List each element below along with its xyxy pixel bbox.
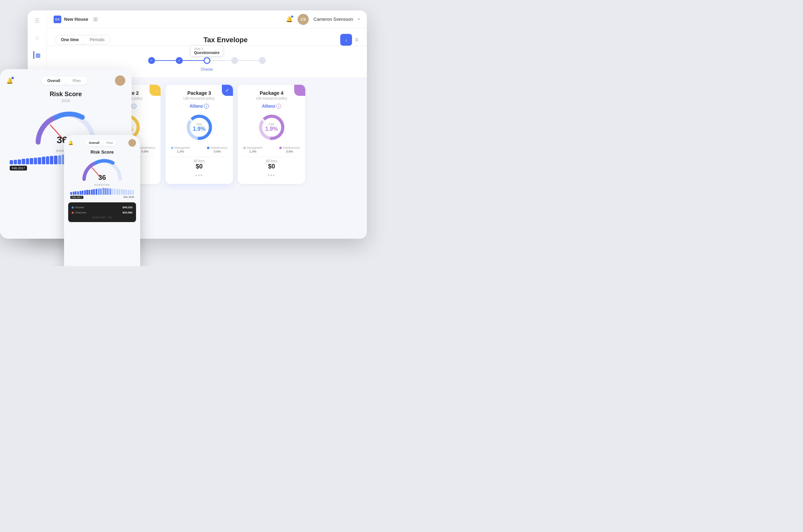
donut-center-3: Fee 1.9%: [193, 122, 205, 132]
page-title: Tax Envelope: [111, 36, 341, 44]
toggle-one-time[interactable]: One time: [55, 35, 84, 44]
project-logo: CA: [54, 16, 61, 23]
step-line-2: [183, 60, 204, 61]
phone-section-title: Risk Score: [68, 149, 136, 155]
donut-4: Fee 1.9%: [258, 113, 286, 141]
phone-date-end: Dec 2018: [124, 196, 134, 199]
stepper-row: ✓ ✓: [148, 57, 266, 64]
phone-outcome-row: Outcome $34,582: [72, 211, 133, 214]
package-4-subtitle: Life insurance policy: [256, 97, 287, 100]
phone-inner: 🔔 Overall Plan Risk Score 36 DURATION Fe…: [64, 135, 140, 266]
step-1[interactable]: ✓: [148, 57, 155, 64]
user-name: Cameron Svensson: [314, 17, 353, 22]
grid-icon[interactable]: ⊞: [93, 16, 98, 22]
phone-outcome-val: $34,582: [123, 211, 133, 214]
topbar-user-area: 🔔 CS Cameron Svensson ▾: [286, 14, 360, 25]
package-3-subtitle: Life insurance policy: [183, 97, 215, 100]
phone-avatar: [128, 139, 136, 147]
step3-choose-label: Choose: [201, 67, 213, 71]
notification-dot: [291, 15, 294, 18]
step-line-1: [155, 60, 176, 61]
tablet-tab-overall[interactable]: Overall: [41, 76, 66, 85]
user-chevron[interactable]: ▾: [358, 17, 360, 21]
fee-value-4: 1.9%: [265, 126, 278, 132]
step-2[interactable]: ✓: [176, 57, 183, 64]
view-toggle: One time Periodic: [55, 35, 111, 45]
step-line-4: [238, 60, 259, 61]
fee-value-3: 1.9%: [193, 126, 205, 132]
sidebar-files-icon[interactable]: ▦: [33, 51, 41, 59]
tablet-section-title: Risk Score: [6, 91, 125, 98]
phone-dur-bars: [68, 187, 136, 195]
phone-gauge-number: 36: [98, 174, 106, 182]
package-3-brand: Allianz i: [190, 104, 209, 109]
tablet-topbar: 🔔 Overall Plan: [6, 75, 125, 86]
topbar-project: CA New House ⊞: [54, 16, 98, 23]
sidebar-menu-icon[interactable]: ☰: [33, 17, 41, 24]
phone-date-labels: Feb 2017 Dec 2018: [68, 195, 136, 199]
info-icon-3[interactable]: i: [204, 104, 209, 109]
legend-4: Managment 1.3% Maintenance 0.6%: [243, 146, 300, 153]
donut-center-4: Fee 1.9%: [265, 122, 278, 132]
all-fees-label-3: All fees: [193, 159, 205, 163]
topbar: CA New House ⊞ 🔔 CS Cameron Svensson ▾: [47, 10, 367, 28]
phone-topbar: 🔔 Overall Plan: [68, 139, 136, 147]
tablet-tab-plan[interactable]: Plan: [66, 76, 87, 85]
tax-envelope-header: One time Periodic Tax Envelope ↓ ≡: [47, 28, 367, 46]
phone-tabs: Overall Plan: [85, 140, 117, 146]
all-fees-val-4: $0: [268, 163, 275, 170]
sidebar-home-icon[interactable]: ⌂: [33, 34, 41, 42]
info-icon-2[interactable]: i: [132, 104, 136, 109]
package-card-4[interactable]: Package 4 Life insurance policy Allianz …: [238, 85, 305, 184]
user-avatar: CS: [298, 14, 309, 25]
phone-income-val: $45,232: [123, 206, 133, 209]
project-name: New House: [64, 17, 88, 22]
phone-outcome-label: Outcome: [72, 211, 86, 214]
tablet-section-year: 2018: [6, 99, 125, 103]
package-4-brand: Allianz i: [262, 104, 281, 109]
phone-notif-icon[interactable]: 🔔: [68, 140, 73, 145]
tablet-notif-icon[interactable]: 🔔: [6, 77, 13, 84]
card-corner-4: [294, 85, 305, 96]
phone-tab-plan[interactable]: Plan: [103, 140, 116, 146]
step-tooltip: Step 2 Questionnaire: [190, 45, 224, 56]
phone-date-start: Feb 2017: [70, 196, 83, 199]
card-dots-3[interactable]: •••: [195, 172, 203, 178]
phone-frame: 🔔 Overall Plan Risk Score 36 DURATION Fe…: [64, 135, 140, 266]
info-icon-4[interactable]: i: [276, 104, 281, 109]
card-corner-3: ✓: [222, 85, 233, 96]
all-fees-val-3: $0: [196, 163, 202, 170]
phone-tab-overall[interactable]: Overall: [85, 140, 103, 146]
step-3[interactable]: [204, 57, 210, 64]
donut-3: Fee 1.9%: [186, 113, 213, 141]
phone-income-label: Income: [72, 206, 84, 209]
step-5[interactable]: [259, 57, 266, 64]
package-3-title: Package 3: [187, 90, 211, 96]
legend-item-3-2: Maintenance 0.6%: [207, 146, 227, 153]
step-line-3: [210, 60, 231, 61]
package-4-title: Package 4: [260, 90, 283, 96]
legend-item-4-2: Maintenance 0.6%: [279, 146, 300, 153]
card-corner-2: [150, 85, 161, 96]
tablet-notif-dot: [11, 77, 14, 79]
phone-gauge: 36: [80, 157, 125, 182]
toggle-periodic[interactable]: Periodic: [84, 35, 110, 44]
card-divider-4: [243, 157, 300, 157]
all-fees-label-4: All fees: [266, 159, 277, 163]
download-button[interactable]: ↓: [340, 34, 352, 46]
tablet-tabs: Overall Plan: [41, 76, 87, 85]
legend-item-3-1: Managment 1.3%: [171, 146, 190, 153]
more-options-icon[interactable]: ≡: [355, 36, 359, 44]
phone-table-date: 18 Dec 2017 - Thu: [72, 216, 133, 219]
phone-duration-label: DURATION: [68, 184, 136, 186]
phone-income-row: Income $45,232: [72, 206, 133, 209]
step-4[interactable]: [231, 57, 238, 64]
header-actions: ↓ ≡: [340, 34, 359, 46]
tablet-avatar: [115, 75, 125, 86]
package-card-3[interactable]: ✓ Package 3 Life insurance policy Allian…: [165, 85, 233, 184]
card-divider-3: [171, 157, 227, 157]
legend-item-4-1: Managment 1.3%: [243, 146, 262, 153]
legend-3: Managment 1.3% Maintenance 0.6%: [171, 146, 227, 153]
card-dots-4[interactable]: •••: [268, 172, 276, 178]
notification-icon[interactable]: 🔔: [286, 16, 293, 22]
